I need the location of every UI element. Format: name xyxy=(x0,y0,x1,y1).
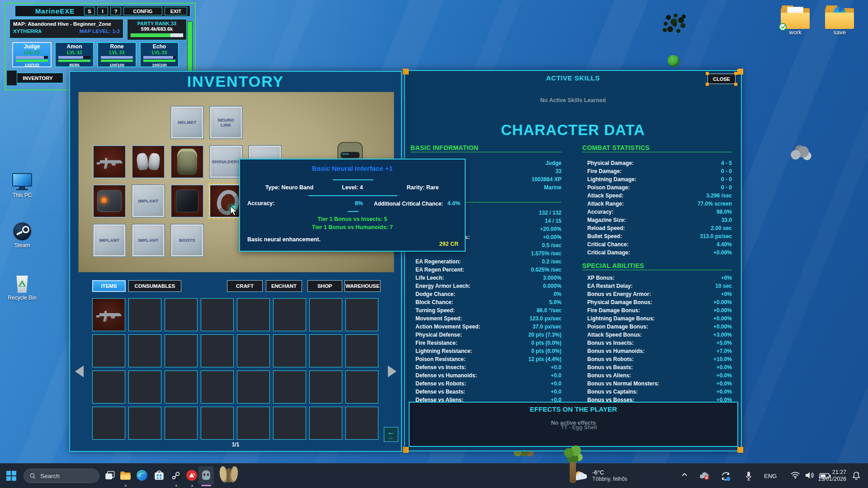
inventory-grid-cell[interactable] xyxy=(273,298,306,331)
inventory-tab[interactable]: SHOP xyxy=(307,280,342,292)
inventory-grid-cell[interactable] xyxy=(201,298,234,331)
transfer-items-button[interactable]: ←← xyxy=(384,427,398,442)
inventory-grid-cell[interactable] xyxy=(309,371,342,404)
inventory-grid-cell[interactable] xyxy=(273,407,306,440)
desktop-icon-label: Steam xyxy=(5,242,40,249)
inventory-grid-cell[interactable] xyxy=(92,334,125,367)
inventory-grid-cell[interactable] xyxy=(237,371,270,404)
inventory-grid-cell[interactable] xyxy=(309,298,342,331)
active-app-indicator xyxy=(201,485,211,486)
desktop-icon-steam[interactable]: Steam xyxy=(5,222,40,249)
inventory-grid-cell[interactable] xyxy=(273,371,306,404)
start-button[interactable] xyxy=(6,464,16,488)
desktop-icon-recycle-bin[interactable]: Recycle Bin xyxy=(5,276,40,301)
equipment-slot[interactable]: HELMET xyxy=(170,106,204,139)
inventory-tab[interactable]: WAREHOUSE xyxy=(344,280,381,292)
inventory-grid-cell[interactable] xyxy=(309,407,342,440)
item-icon xyxy=(97,190,121,212)
member-hp-value: 85/85 xyxy=(56,63,93,67)
inventory-grid-cell[interactable] xyxy=(345,298,378,331)
inventory-button[interactable]: INVENTORY xyxy=(12,73,63,83)
wifi-tray-icon[interactable] xyxy=(790,471,800,481)
inventory-grid-cell[interactable] xyxy=(165,334,198,367)
inventory-grid-cell[interactable] xyxy=(92,298,125,331)
inventory-grid-cell[interactable] xyxy=(92,407,125,440)
search-input[interactable]: Search xyxy=(24,469,99,483)
equipment-slot[interactable]: IMPLANT xyxy=(132,224,165,257)
equipment-slot[interactable] xyxy=(93,184,126,218)
inventory-grid-cell[interactable] xyxy=(165,298,198,331)
microphone-tray-icon[interactable] xyxy=(745,471,752,483)
hud-button[interactable]: S xyxy=(84,7,95,15)
inventory-grid-cell[interactable] xyxy=(345,371,378,404)
hidden-icons-chevron[interactable] xyxy=(681,471,688,480)
sync-tray-icon[interactable] xyxy=(721,471,731,483)
edge-browser-button[interactable] xyxy=(136,469,149,482)
party-member-card[interactable]: Rone LVL 33 100/100 xyxy=(97,42,137,67)
equipment-slot[interactable] xyxy=(132,145,165,178)
hud-button[interactable]: ? xyxy=(110,7,121,15)
marineexe-taskbar-button[interactable] xyxy=(198,466,214,484)
inventory-grid-cell[interactable] xyxy=(165,371,198,404)
page-next-arrow[interactable] xyxy=(388,366,396,377)
equipment-slot[interactable]: SHOULDERS xyxy=(209,145,243,178)
volume-tray-icon[interactable] xyxy=(805,471,814,481)
equipment-slot[interactable]: NEURO LINK xyxy=(209,106,243,139)
hud-titlebar[interactable]: MarineEXE SI?CONFIGEXIT xyxy=(15,5,190,17)
party-member-card[interactable]: Echo LVL 33 100/100 xyxy=(140,42,179,67)
inventory-grid-cell[interactable] xyxy=(309,334,342,367)
hud-button[interactable]: I xyxy=(97,7,108,15)
close-button[interactable]: CLOSE xyxy=(708,74,736,84)
member-name: Judge xyxy=(13,43,51,50)
inventory-grid-cell[interactable] xyxy=(201,334,234,367)
inventory-grid-cell[interactable] xyxy=(128,298,161,331)
inventory-grid-cell[interactable] xyxy=(345,334,378,367)
inventory-grid-cell[interactable] xyxy=(92,371,125,404)
inventory-tab[interactable]: CRAFT xyxy=(227,280,263,292)
hud-mini-box[interactable] xyxy=(6,70,17,86)
equipment-slot[interactable]: BOOTS xyxy=(170,224,204,257)
stat-label: Lightning Damage: xyxy=(582,176,637,183)
red-app-button[interactable] xyxy=(186,469,198,482)
inventory-tab[interactable]: ENCHANT xyxy=(266,280,302,292)
equipment-slot[interactable] xyxy=(93,145,126,178)
bug-swarm-sprite xyxy=(661,11,688,38)
hud-button[interactable]: EXIT xyxy=(165,7,187,15)
inventory-grid-cell[interactable] xyxy=(273,334,306,367)
task-view-button[interactable] xyxy=(104,469,117,482)
desktop-icon-this-pc[interactable]: This PC xyxy=(5,173,40,198)
desktop-folder-work[interactable]: work xyxy=(776,5,815,36)
party-member-card[interactable]: Judge LVL 33 132/132 xyxy=(12,42,52,67)
inventory-grid-cell[interactable] xyxy=(201,371,234,404)
inventory-grid-cell[interactable] xyxy=(237,298,270,331)
stat-row: Critical Chance: 4.40% xyxy=(582,240,732,249)
inventory-grid-cell[interactable] xyxy=(128,407,161,440)
inventory-grid-cell[interactable] xyxy=(128,334,161,367)
file-explorer-button[interactable] xyxy=(119,469,132,482)
inventory-grid-cell[interactable] xyxy=(237,334,270,367)
hud-button[interactable]: CONFIG xyxy=(123,7,162,15)
stat-label: Defense vs Insects: xyxy=(410,364,466,371)
inventory-grid-cell[interactable] xyxy=(165,407,198,440)
equipment-slot[interactable]: IMPLANT xyxy=(132,184,165,218)
inventory-grid-cell[interactable] xyxy=(201,407,234,440)
microsoft-store-button[interactable] xyxy=(153,469,166,482)
stat-value: +20.00% xyxy=(540,226,561,232)
equipment-slot[interactable] xyxy=(170,145,204,178)
inventory-tab[interactable]: CONSUMABLES xyxy=(128,280,181,292)
inventory-grid-cell[interactable] xyxy=(237,407,270,440)
steam-taskbar-button[interactable] xyxy=(170,469,183,482)
clock[interactable]: 21:27 13/01/2026 xyxy=(813,469,846,483)
equipment-slot[interactable] xyxy=(170,184,204,218)
item-icon xyxy=(96,148,123,175)
page-previous-arrow[interactable] xyxy=(75,366,84,377)
onedrive-error-tray-icon[interactable] xyxy=(699,471,710,482)
inventory-grid-cell[interactable] xyxy=(345,407,378,440)
inventory-grid-cell[interactable] xyxy=(128,371,161,404)
desktop-folder-save[interactable]: save xyxy=(820,5,859,36)
party-member-card[interactable]: Amon LVL 33 85/85 xyxy=(55,42,94,67)
inventory-tab[interactable]: ITEMS xyxy=(92,280,126,292)
language-indicator[interactable]: ENG xyxy=(764,473,777,479)
notifications-button[interactable]: z xyxy=(852,471,861,482)
equipment-slot[interactable]: IMPLANT xyxy=(93,224,126,257)
